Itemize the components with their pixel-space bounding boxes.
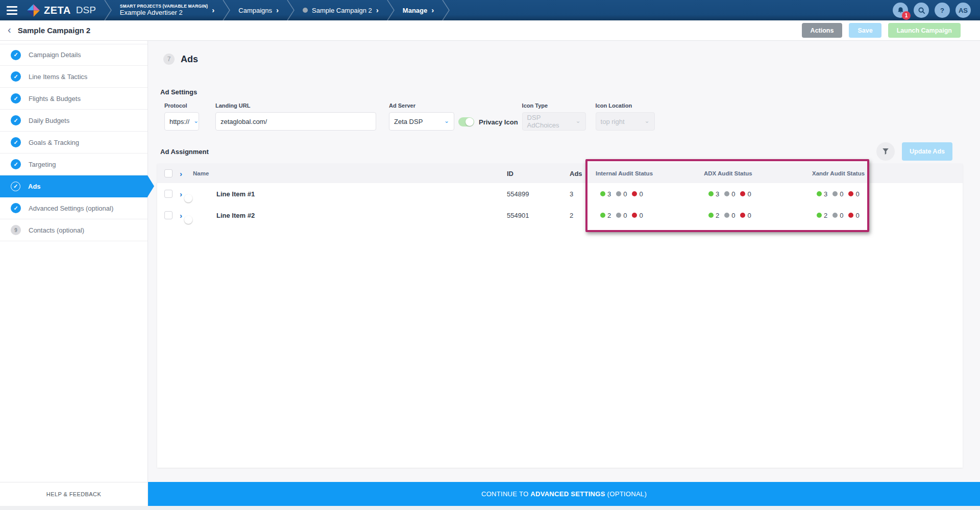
sidebar-item-line-items-tactics[interactable]: ✓ Line Items & Tactics bbox=[0, 66, 148, 88]
audit-pending-count: 0 bbox=[724, 190, 735, 198]
gray-dot-icon bbox=[832, 213, 838, 218]
breadcrumb-manage-label: Manage bbox=[403, 7, 427, 14]
notifications-button[interactable]: 1 bbox=[893, 3, 908, 18]
breadcrumb-campaigns[interactable]: Campaigns › bbox=[230, 0, 287, 20]
icon-type-field-group: Icon Type DSP AdChoices ⌄ bbox=[522, 103, 586, 131]
internal-audit-status: 3 0 0 bbox=[596, 190, 704, 198]
step-number-badge: 9 bbox=[11, 225, 21, 235]
notification-count-badge: 1 bbox=[902, 11, 911, 20]
green-dot-icon bbox=[600, 213, 605, 218]
sidebar-item-advanced-settings[interactable]: ✓ Advanced Settings (optional) bbox=[0, 197, 148, 219]
window-bottom-strip bbox=[0, 506, 980, 510]
privacy-icon-toggle[interactable] bbox=[458, 117, 474, 126]
zeta-diamond-icon bbox=[27, 4, 40, 17]
toggle-knob bbox=[184, 216, 192, 224]
sidebar-item-daily-budgets[interactable]: ✓ Daily Budgets bbox=[0, 110, 148, 132]
column-header-internal-audit: Internal Audit Status bbox=[596, 170, 704, 176]
back-button[interactable]: ‹ bbox=[0, 24, 18, 37]
green-dot-icon bbox=[708, 213, 714, 218]
save-button[interactable]: Save bbox=[849, 23, 881, 38]
red-dot-icon bbox=[740, 213, 745, 218]
logo-product-text: DSP bbox=[76, 5, 96, 16]
gray-dot-icon bbox=[616, 213, 621, 218]
search-button[interactable] bbox=[914, 3, 929, 18]
chevron-right-icon: › bbox=[431, 6, 434, 14]
sidebar-item-contacts[interactable]: 9 Contacts (optional) bbox=[0, 219, 148, 241]
green-dot-icon bbox=[817, 213, 822, 218]
filter-button[interactable] bbox=[876, 142, 895, 161]
icon-type-label: Icon Type bbox=[522, 103, 586, 109]
select-all-checkbox[interactable] bbox=[164, 169, 173, 177]
step-number-circle: 7 bbox=[163, 54, 175, 65]
ad-server-select[interactable]: Zeta DSP ⌄ bbox=[389, 112, 454, 131]
continue-suffix: (OPTIONAL) bbox=[605, 490, 647, 498]
continue-advanced-settings-button[interactable]: CONTINUE TO ADVANCED SETTINGS (OPTIONAL) bbox=[148, 482, 980, 506]
top-nav-bar: ZETA DSP SMART PROJECTS (VARIABLE MARGIN… bbox=[0, 0, 980, 20]
breadcrumb-project-label: SMART PROJECTS (VARIABLE MARGIN) bbox=[120, 4, 208, 9]
breadcrumb-campaign[interactable]: Sample Campaign 2 › bbox=[295, 0, 387, 20]
internal-audit-status: 2 0 0 bbox=[596, 212, 704, 219]
protocol-label: Protocol bbox=[164, 103, 199, 109]
row-checkbox[interactable] bbox=[164, 190, 173, 198]
audit-rejected-count: 0 bbox=[848, 190, 859, 198]
bottom-bars: HELP & FEEDBACK CONTINUE TO ADVANCED SET… bbox=[0, 482, 980, 506]
zeta-dsp-logo[interactable]: ZETA DSP bbox=[23, 0, 104, 20]
protocol-select[interactable]: https:// ⌄ bbox=[164, 112, 199, 131]
sidebar-item-ads[interactable]: ✓ Ads bbox=[0, 175, 148, 197]
breadcrumb-separator-icon bbox=[104, 0, 112, 20]
update-ads-button[interactable]: Update Ads bbox=[902, 142, 952, 161]
ad-server-field-group: Ad Server Zeta DSP ⌄ bbox=[389, 103, 454, 131]
column-header-id: ID bbox=[507, 170, 570, 177]
green-dot-icon bbox=[600, 191, 605, 196]
chevron-down-icon: ⌄ bbox=[444, 119, 449, 123]
campaign-status-dot bbox=[303, 8, 308, 13]
sidebar-item-goals-tracking[interactable]: ✓ Goals & Tracking bbox=[0, 132, 148, 154]
logo-brand-text: ZETA bbox=[44, 5, 71, 16]
launch-campaign-button[interactable]: Launch Campaign bbox=[888, 23, 961, 38]
sidebar-item-campaign-details[interactable]: ✓ Campaign Details bbox=[0, 44, 148, 66]
audit-approved-count: 3 bbox=[600, 190, 611, 198]
sidebar-item-label: Contacts (optional) bbox=[29, 226, 84, 234]
sidebar-item-flights-budgets[interactable]: ✓ Flights & Budgets bbox=[0, 88, 148, 110]
actions-button[interactable]: Actions bbox=[802, 23, 843, 38]
breadcrumb-advertiser[interactable]: SMART PROJECTS (VARIABLE MARGIN) Example… bbox=[112, 0, 223, 20]
adx-audit-status: 3 0 0 bbox=[704, 190, 812, 198]
search-icon bbox=[918, 7, 925, 14]
toggle-knob bbox=[465, 118, 474, 126]
line-item-name[interactable]: Line Item #1 bbox=[216, 190, 507, 198]
sidebar-item-label: Goals & Tracking bbox=[29, 139, 79, 146]
gray-dot-icon bbox=[616, 191, 621, 196]
main-content: 7 Ads Ad Settings Protocol https:// ⌄ La… bbox=[148, 41, 980, 482]
breadcrumb-separator-icon bbox=[442, 0, 450, 20]
sidebar-item-label: Line Items & Tactics bbox=[29, 73, 87, 81]
page-heading: 7 Ads bbox=[163, 54, 980, 65]
xandr-audit-status: 3 0 0 bbox=[812, 190, 963, 198]
red-dot-icon bbox=[848, 191, 853, 196]
ad-assignment-table: › Name ID Ads Internal Audit Status ADX … bbox=[157, 164, 963, 468]
avatar[interactable]: AS bbox=[955, 3, 971, 18]
protocol-value: https:// bbox=[169, 118, 189, 125]
icon-location-field-group: Icon Location top right ⌄ bbox=[596, 103, 655, 131]
column-header-ads: Ads bbox=[570, 170, 596, 177]
menu-icon[interactable] bbox=[0, 0, 23, 20]
check-icon: ✓ bbox=[11, 50, 21, 60]
check-icon: ✓ bbox=[11, 203, 21, 213]
audit-approved-count: 2 bbox=[708, 212, 719, 219]
breadcrumb-advertiser-text: SMART PROJECTS (VARIABLE MARGIN) Example… bbox=[120, 4, 208, 17]
audit-pending-count: 0 bbox=[832, 190, 843, 198]
row-checkbox[interactable] bbox=[164, 211, 173, 219]
expand-all-icon[interactable]: › bbox=[180, 170, 193, 177]
ad-server-value: Zeta DSP bbox=[394, 118, 423, 125]
line-item-name[interactable]: Line Item #2 bbox=[216, 212, 507, 219]
help-button[interactable]: ? bbox=[935, 3, 950, 18]
audit-pending-count: 0 bbox=[616, 190, 627, 198]
sidebar-item-targeting[interactable]: ✓ Targeting bbox=[0, 154, 148, 175]
audit-rejected-count: 0 bbox=[740, 190, 751, 198]
help-feedback-link[interactable]: HELP & FEEDBACK bbox=[0, 482, 148, 506]
breadcrumb-manage[interactable]: Manage › bbox=[395, 0, 442, 20]
landing-url-field-group: Landing URL bbox=[215, 103, 376, 131]
audit-approved-count: 2 bbox=[600, 212, 611, 219]
landing-url-input[interactable] bbox=[215, 112, 376, 131]
audit-rejected-count: 0 bbox=[848, 212, 859, 219]
gray-dot-icon bbox=[724, 191, 729, 196]
